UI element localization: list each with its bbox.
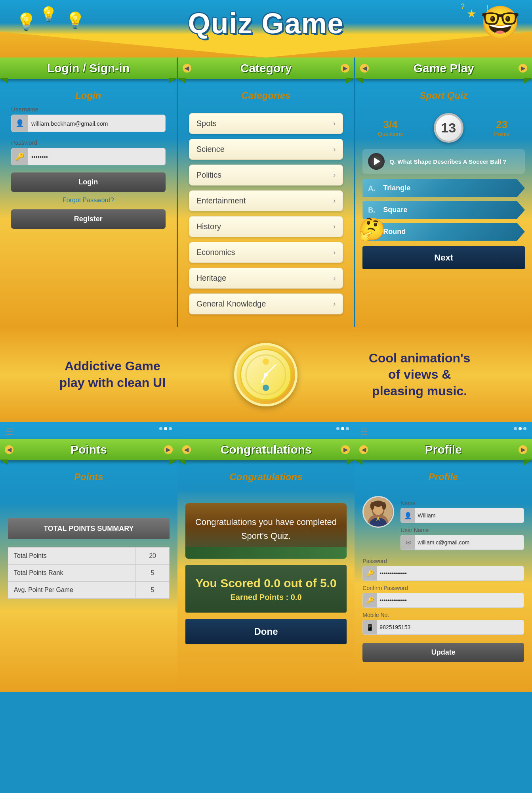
ribbon-arrow-right[interactable]: ▶ <box>341 64 349 73</box>
profile-content: Name 👤 User Name ✉ Password 🔑 Con <box>355 487 532 666</box>
nav-dot-2 <box>164 427 167 430</box>
username-input[interactable] <box>28 116 165 131</box>
category-item-entertainment[interactable]: Entertainment › <box>189 190 343 211</box>
row2-panels: ☰ ◀ Points ▶ Points TOTAL POINTS SUMMARY… <box>0 422 532 692</box>
confirm-password-input-row[interactable]: 🔑 <box>362 593 524 608</box>
chevron-right-icon: › <box>333 274 336 282</box>
answer-text-c: Round <box>383 228 406 236</box>
category-item-politics[interactable]: Politics › <box>189 165 343 186</box>
congratulations-panel: ◀ Congratulations ▶ Congratulations Cong… <box>177 422 355 692</box>
answer-letter-b: B. <box>368 206 375 214</box>
password-input[interactable] <box>377 567 524 580</box>
nav-dot-3 <box>523 427 526 430</box>
user-icon: 👤 <box>401 508 415 523</box>
congrats-message: Congratulations you have completed Sport… <box>193 515 339 543</box>
hamburger-icon[interactable]: ☰ <box>6 427 13 437</box>
password-input-row[interactable]: 🔑 <box>11 148 166 165</box>
chevron-right-icon: › <box>333 222 336 231</box>
username-input[interactable] <box>415 536 524 549</box>
username-input-row[interactable]: ✉ <box>400 535 524 550</box>
timer-circle: 13 <box>434 113 463 143</box>
questions-label: Questions <box>378 131 403 137</box>
nav-dots <box>514 427 526 430</box>
points-value: 23 <box>494 119 509 131</box>
answer-c[interactable]: C. Round <box>362 223 525 241</box>
points-ribbon: ◀ Points ▶ <box>0 439 177 460</box>
category-item-label: Science <box>196 145 225 154</box>
confirm-password-input[interactable] <box>377 594 524 607</box>
password-label: Password <box>362 558 524 564</box>
name-input[interactable] <box>415 509 524 522</box>
nav-dot-1 <box>336 427 339 430</box>
ribbon-arrow-left[interactable]: ◀ <box>5 445 13 454</box>
category-item-history[interactable]: History › <box>189 216 343 237</box>
table-row-avg: Avg. Point Per Game 5 <box>8 582 170 599</box>
ribbon-arrow-right[interactable]: ▶ <box>519 445 527 454</box>
ribbon-arrow-left[interactable]: ◀ <box>359 445 368 454</box>
done-button[interactable]: Done <box>185 619 347 644</box>
mobile-input-row[interactable]: 📱 <box>362 620 524 635</box>
login-button[interactable]: Login <box>11 172 166 192</box>
profile-subtitle: Profile <box>355 471 532 483</box>
mobile-label: Mobile No. <box>362 612 524 618</box>
points-panel: ☰ ◀ Points ▶ Points TOTAL POINTS SUMMARY… <box>0 422 177 692</box>
ribbon-arrow-right[interactable]: ▶ <box>164 445 173 454</box>
ribbon-arrow-left[interactable]: ◀ <box>183 64 191 73</box>
category-ribbon: ◀ Category ▶ <box>178 57 355 79</box>
profile-header-row: Name 👤 User Name ✉ <box>362 496 524 553</box>
forgot-password-link[interactable]: Forgot Password? <box>11 197 166 204</box>
svg-point-12 <box>373 500 384 507</box>
answer-letter-a: A. <box>368 184 375 192</box>
ribbon-arrow-right[interactable]: ▶ <box>519 64 527 73</box>
nav-dot-3 <box>169 427 172 430</box>
username-label: Username <box>11 106 166 113</box>
chevron-right-icon: › <box>333 145 336 153</box>
category-ribbon-label: Category <box>240 61 292 75</box>
answer-b[interactable]: B. Square <box>362 201 525 219</box>
congrats-score-box: You Scored 0.0 out of 5.0 Earned Points … <box>185 565 347 613</box>
lock-icon: 🔑 <box>363 593 377 607</box>
mid-right-text: Cool animation's of views & pleasing mus… <box>364 350 475 400</box>
avg-point-value: 5 <box>136 582 169 599</box>
ribbon-arrow-left[interactable]: ◀ <box>182 445 191 454</box>
avatar-svg <box>364 497 393 527</box>
update-button[interactable]: Update <box>362 643 524 662</box>
category-item-heritage[interactable]: Heritage › <box>189 268 343 289</box>
mid-section: Addictive Game play with clean UI Cool a… <box>0 327 532 422</box>
ribbon-arrow-left[interactable]: ◀ <box>360 64 369 73</box>
ribbon-arrow-right[interactable]: ▶ <box>341 445 350 454</box>
login-ribbon-label: Login / Sign-in <box>47 61 130 75</box>
category-item-spots[interactable]: Spots › <box>189 113 343 134</box>
category-item-science[interactable]: Science › <box>189 139 343 160</box>
congrats-ribbon: ◀ Congratulations ▶ <box>177 439 355 460</box>
password-input-row[interactable]: 🔑 <box>362 566 524 581</box>
mobile-input[interactable] <box>377 621 524 634</box>
nav-dot-1 <box>159 427 162 430</box>
clock-inner <box>240 349 292 400</box>
password-input[interactable] <box>28 149 165 164</box>
category-list: Spots › Science › Politics › Entertainme… <box>178 106 355 314</box>
question-text: Q. What Shape Describes A Soccer Ball ? <box>389 158 506 165</box>
avatar <box>362 496 394 528</box>
hamburger-icon[interactable]: ☰ <box>360 427 368 437</box>
category-item-general-knowledge[interactable]: General Knowledge › <box>189 293 343 314</box>
username-input-row[interactable]: 👤 <box>11 115 166 132</box>
question-box: Q. What Shape Describes A Soccer Ball ? <box>362 149 525 174</box>
category-item-economics[interactable]: Economics › <box>189 242 343 263</box>
name-input-row[interactable]: 👤 <box>400 508 524 523</box>
register-button[interactable]: Register <box>11 209 166 229</box>
gameplay-ribbon-label: Game Play <box>413 61 474 75</box>
category-item-label: Heritage <box>196 274 227 283</box>
next-section: 🤔 Next <box>362 241 525 269</box>
profile-panel: ☰ ◀ Profile ▶ Profile <box>355 422 532 692</box>
next-button[interactable]: Next <box>362 246 525 269</box>
svg-point-14 <box>382 502 386 510</box>
email-icon: ✉ <box>401 535 415 550</box>
profile-ribbon: ◀ Profile ▶ <box>355 439 532 460</box>
profile-ribbon-label: Profile <box>425 443 462 456</box>
play-icon[interactable] <box>368 153 385 170</box>
congrats-ribbon-label: Congratulations <box>221 443 312 456</box>
answer-a[interactable]: A. Triangle <box>362 179 525 197</box>
svg-point-5 <box>264 373 268 377</box>
nav-dot-1 <box>514 427 517 430</box>
